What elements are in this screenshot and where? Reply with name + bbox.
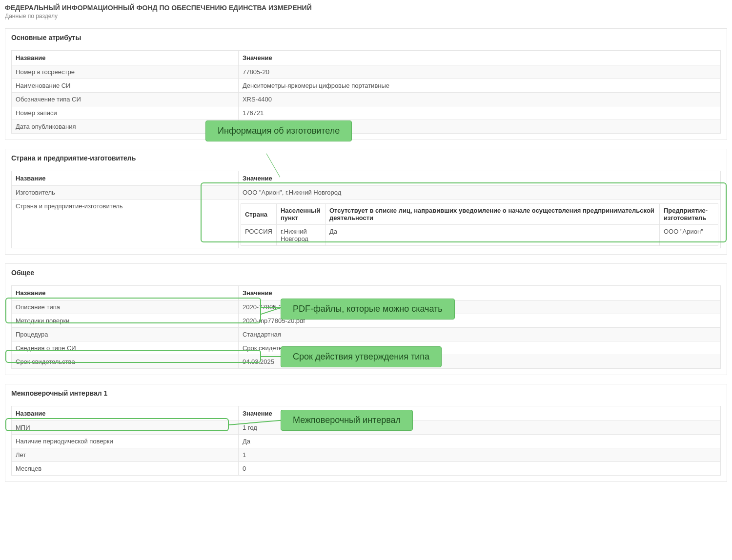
col-name: Название (12, 171, 239, 186)
table-row: Наличие периодической поверкиДа (12, 435, 721, 448)
col-value: Значение (238, 171, 720, 186)
table-row: Дата опубликования (12, 120, 721, 134)
table-row: Месяцев0 (12, 462, 721, 476)
attr-name: Месяцев (12, 462, 239, 476)
inner-col-locality: Населенный пункт (276, 204, 325, 225)
inner-enterprise: ООО "Арион" (660, 225, 718, 246)
attr-value: Стандартная (238, 328, 720, 341)
callout-cert-validity: Срок действия утверждения типа (281, 346, 442, 367)
col-name: Название (12, 51, 239, 65)
inner-table-row: РОССИЯ г.Нижний Новгород Да ООО "Арион" (241, 225, 718, 246)
table-row: Страна и предприятие-изготовитель Страна… (12, 200, 721, 248)
attr-value: 0 (238, 462, 720, 476)
attr-value: XRS-4400 (238, 93, 720, 106)
table-row: Изготовитель ООО "Арион", г.Нижний Новго… (12, 186, 721, 200)
attr-value: 77805-20 (238, 65, 720, 79)
attr-name: Наименование СИ (12, 79, 239, 93)
panel-main-attributes: Основные атрибуты Название Значение Номе… (5, 28, 727, 140)
main-attributes-table: Название Значение Номер в госреестре7780… (11, 50, 721, 134)
callout-interval: Межповерочный интервал (281, 410, 413, 431)
manufacturer-inner-table: Страна Населенный пункт Отсутствует в сп… (241, 203, 718, 246)
inner-locality: г.Нижний Новгород (276, 225, 325, 246)
panel-heading: Страна и предприятие-изготовитель (5, 149, 727, 168)
table-row: Номер записи176721 (12, 106, 721, 120)
page-title: ФЕДЕРАЛЬНЫЙ ИНФОРМАЦИОННЫЙ ФОНД ПО ОБЕСП… (5, 4, 727, 12)
attr-value: Денситометры-яркомеры цифровые портативн… (238, 79, 720, 93)
attr-name: Номер записи (12, 106, 239, 120)
table-row: ПроцедураСтандартная (12, 328, 721, 341)
attr-name: Лет (12, 448, 239, 462)
panel-manufacturer: Страна и предприятие-изготовитель Назван… (5, 149, 727, 255)
inner-col-notice: Отсутствует в списке лиц, направивших ув… (325, 204, 659, 225)
attr-name: Обозначение типа СИ (12, 93, 239, 106)
table-row: Наименование СИДенситометры-яркомеры циф… (12, 79, 721, 93)
inner-country: РОССИЯ (241, 225, 276, 246)
inner-col-enterprise: Предприятие-изготовитель (660, 204, 718, 225)
attr-name: Описание типа (12, 300, 239, 314)
callout-pdf-files: PDF-файлы, которые можно скачать (281, 299, 455, 320)
panel-heading: Основные атрибуты (5, 29, 727, 47)
attr-value: Да (238, 435, 720, 448)
attr-value: 1 (238, 448, 720, 462)
page-subtitle: Данные по разделу (5, 13, 727, 20)
attr-name: Изготовитель (12, 186, 239, 200)
table-row: Лет1 (12, 448, 721, 462)
col-name: Название (12, 406, 239, 421)
manufacturer-table: Название Значение Изготовитель ООО "Арио… (11, 171, 721, 248)
attr-name: Сведения о типе СИ (12, 341, 239, 355)
attr-name: МПИ (12, 421, 239, 435)
panel-general: Общее Название Значение Описание типа202… (5, 263, 727, 375)
callout-manufacturer-info: Информация об изготовителе (205, 120, 352, 141)
attr-name: Дата опубликования (12, 120, 239, 134)
callout-connector (261, 356, 281, 357)
col-value: Значение (238, 286, 720, 300)
col-value: Значение (238, 51, 720, 65)
panel-interval: Межповерочный интервал 1 Название Значен… (5, 384, 727, 482)
inner-col-country: Страна (241, 204, 276, 225)
panel-heading: Межповерочный интервал 1 (5, 384, 727, 403)
panel-heading: Общее (5, 264, 727, 282)
attr-name: Процедура (12, 328, 239, 341)
attr-name: Номер в госреестре (12, 65, 239, 79)
inner-notice: Да (325, 225, 659, 246)
attr-value: ООО "Арион", г.Нижний Новгород (238, 186, 720, 200)
attr-value: Страна Населенный пункт Отсутствует в сп… (238, 200, 720, 248)
attr-name: Наличие периодической поверки (12, 435, 239, 448)
attr-name: Срок свидетельства (12, 355, 239, 369)
attr-name: Методики поверки (12, 314, 239, 328)
attr-name: Страна и предприятие-изготовитель (12, 200, 239, 248)
table-row: Обозначение типа СИXRS-4400 (12, 93, 721, 106)
table-row: Номер в госреестре77805-20 (12, 65, 721, 79)
col-name: Название (12, 286, 239, 300)
attr-value: 176721 (238, 106, 720, 120)
